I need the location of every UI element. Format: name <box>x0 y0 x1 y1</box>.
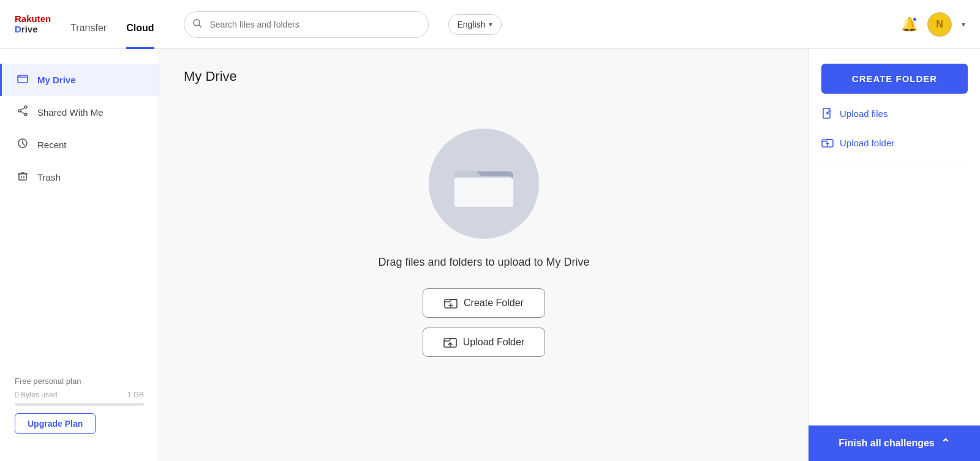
nav-cloud[interactable]: Cloud <box>126 23 154 49</box>
right-panel: CREATE FOLDER Upload files Upload folder <box>809 49 980 461</box>
logo[interactable]: Rakuten Drive <box>15 14 51 34</box>
finish-challenges-label: Finish all challenges <box>839 438 935 449</box>
main-layout: My Drive Shared With Me Recent Trash Fre… <box>0 49 980 461</box>
sidebar-bottom: Free personal plan 0 Bytes used 1 GB Upg… <box>0 364 159 446</box>
storage-max-label: 1 GB <box>127 391 144 399</box>
right-panel-divider <box>821 165 968 165</box>
sidebar-recent-label: Recent <box>37 140 67 150</box>
logo-rive: rive <box>21 24 38 34</box>
svg-rect-3 <box>18 75 21 77</box>
language-label: English <box>458 20 486 29</box>
logo-drive: Drive <box>15 24 51 35</box>
sidebar-shared-label: Shared With Me <box>37 107 104 118</box>
chevron-down-icon: ▾ <box>489 20 492 29</box>
nav-right: 🔔 N ▾ <box>901 12 965 37</box>
svg-line-8 <box>21 111 24 114</box>
svg-line-7 <box>21 108 24 110</box>
notification-bell[interactable]: 🔔 <box>901 17 918 32</box>
svg-line-1 <box>198 24 201 27</box>
sidebar-item-trash[interactable]: Trash <box>0 161 159 193</box>
plan-label: Free personal plan <box>15 377 144 386</box>
folder-empty-icon <box>429 129 539 239</box>
create-folder-btn-label: Create Folder <box>464 298 524 309</box>
page-header: My Drive <box>184 69 784 84</box>
empty-state: Drag files and folders to upload to My D… <box>378 129 589 367</box>
sidebar-item-my-drive[interactable]: My Drive <box>0 64 159 96</box>
finish-challenges-button[interactable]: Finish all challenges ⌃ <box>809 425 980 461</box>
storage-bar-background <box>15 403 144 406</box>
bytes-used-label: 0 Bytes used <box>15 391 57 399</box>
sidebar-my-drive-label: My Drive <box>37 75 76 85</box>
page-title: My Drive <box>184 69 237 84</box>
sidebar-trash-label: Trash <box>37 172 61 182</box>
share-icon <box>17 105 29 120</box>
my-drive-icon <box>17 72 29 88</box>
nav-links: Transfer Cloud <box>70 0 154 49</box>
chevron-up-icon: ⌃ <box>941 437 950 450</box>
svg-rect-15 <box>454 178 513 207</box>
sidebar-item-shared[interactable]: Shared With Me <box>0 96 159 129</box>
language-selector[interactable]: English ▾ <box>448 14 502 35</box>
avatar-chevron-icon[interactable]: ▾ <box>962 20 965 29</box>
logo-d: D <box>15 24 21 34</box>
sidebar-item-recent[interactable]: Recent <box>0 129 159 161</box>
svg-point-5 <box>24 113 27 116</box>
upload-files-link[interactable]: Upload files <box>821 103 968 123</box>
top-nav: Rakuten Drive Transfer Cloud English ▾ 🔔… <box>0 0 980 49</box>
search-bar-container <box>184 11 429 38</box>
upload-folder-btn-label: Upload Folder <box>463 337 525 348</box>
upgrade-plan-button[interactable]: Upgrade Plan <box>15 413 96 434</box>
svg-point-6 <box>18 110 21 112</box>
upload-files-label: Upload files <box>840 108 888 119</box>
avatar[interactable]: N <box>927 12 952 37</box>
upload-folder-label: Upload folder <box>840 138 894 148</box>
sidebar: My Drive Shared With Me Recent Trash Fre… <box>0 49 159 461</box>
svg-rect-10 <box>19 174 26 180</box>
upload-folder-link[interactable]: Upload folder <box>821 133 968 152</box>
clock-icon <box>17 137 29 152</box>
search-icon <box>192 18 202 31</box>
logo-rakuten: Rakuten <box>15 14 51 24</box>
create-folder-button-panel[interactable]: CREATE FOLDER <box>821 64 968 94</box>
trash-icon <box>17 170 29 185</box>
notification-dot <box>912 17 918 22</box>
content-area: My Drive Drag files and folders to uploa… <box>159 49 809 461</box>
create-folder-button-main[interactable]: Create Folder <box>423 288 545 318</box>
storage-usage-labels: 0 Bytes used 1 GB <box>15 391 144 399</box>
svg-point-4 <box>24 106 27 108</box>
upload-folder-button-main[interactable]: Upload Folder <box>423 328 545 357</box>
search-input[interactable] <box>184 11 429 38</box>
empty-state-text: Drag files and folders to upload to My D… <box>378 256 589 269</box>
nav-transfer[interactable]: Transfer <box>70 23 107 49</box>
